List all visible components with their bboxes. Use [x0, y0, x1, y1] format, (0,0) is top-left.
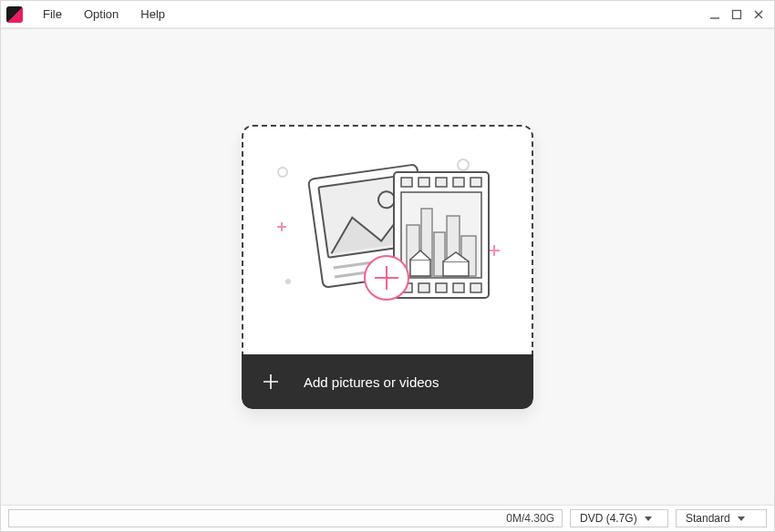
- svg-rect-25: [436, 283, 447, 292]
- app-icon: [6, 6, 23, 23]
- svg-rect-18: [401, 178, 412, 187]
- svg-rect-1: [733, 10, 741, 18]
- minimize-button[interactable]: [705, 5, 725, 25]
- capacity-text: 0M/4.30G: [506, 512, 554, 525]
- svg-rect-34: [410, 260, 430, 276]
- plus-icon: [262, 373, 280, 391]
- media-illustration-icon: [255, 145, 520, 336]
- maximize-icon: [731, 9, 742, 20]
- add-media-button[interactable]: Add pictures or videos: [242, 354, 533, 409]
- close-icon: [753, 9, 764, 20]
- svg-rect-19: [418, 178, 429, 187]
- svg-rect-21: [453, 178, 464, 187]
- chevron-down-icon: [738, 517, 745, 521]
- menu-bar: File Option Help: [1, 1, 774, 28]
- svg-rect-27: [470, 283, 481, 292]
- svg-rect-24: [418, 283, 429, 292]
- menu-file[interactable]: File: [32, 4, 73, 25]
- drop-card: Add pictures or videos: [242, 125, 533, 409]
- menu-help[interactable]: Help: [129, 4, 176, 25]
- svg-point-5: [285, 279, 291, 284]
- menu-option[interactable]: Option: [73, 4, 129, 25]
- svg-rect-20: [436, 178, 447, 187]
- disc-type-select[interactable]: DVD (4.7G): [570, 509, 668, 527]
- svg-rect-35: [443, 261, 469, 276]
- drop-zone[interactable]: [242, 125, 533, 354]
- capacity-bar: 0M/4.30G: [8, 509, 563, 527]
- main-area: Add pictures or videos: [1, 28, 774, 506]
- minimize-icon: [709, 9, 720, 20]
- maximize-button[interactable]: [727, 5, 747, 25]
- svg-point-4: [278, 168, 287, 177]
- close-button[interactable]: [749, 5, 769, 25]
- chevron-down-icon: [645, 517, 652, 521]
- svg-rect-26: [453, 283, 464, 292]
- bottom-bar: 0M/4.30G DVD (4.7G) Standard: [1, 506, 774, 531]
- quality-select[interactable]: Standard: [676, 509, 767, 527]
- disc-type-value: DVD (4.7G): [580, 512, 637, 525]
- svg-rect-22: [470, 178, 481, 187]
- add-media-label: Add pictures or videos: [304, 374, 439, 390]
- quality-value: Standard: [686, 512, 730, 525]
- svg-point-6: [458, 159, 469, 170]
